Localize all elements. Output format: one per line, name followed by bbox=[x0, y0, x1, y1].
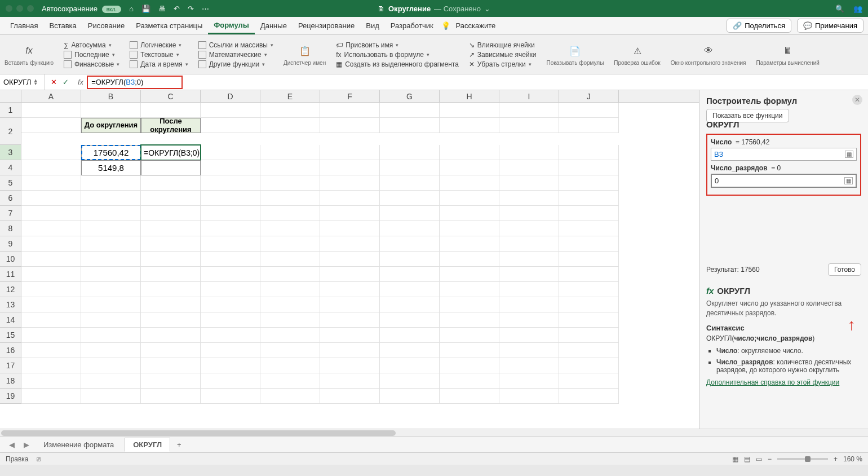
autosave-toggle[interactable]: вкл. bbox=[102, 6, 121, 13]
cell[interactable]: До округления bbox=[81, 118, 141, 133]
cell[interactable] bbox=[320, 267, 380, 282]
tab-home[interactable]: Главная bbox=[5, 18, 43, 33]
cell[interactable] bbox=[81, 175, 141, 191]
cell[interactable] bbox=[141, 252, 201, 267]
col-header[interactable]: J bbox=[559, 90, 619, 102]
use-in-formula-button[interactable]: fxИспользовать в формуле▾ bbox=[336, 51, 459, 59]
cell[interactable] bbox=[380, 145, 440, 160]
cell[interactable]: 5149,8 bbox=[81, 160, 141, 175]
cell[interactable] bbox=[559, 358, 619, 373]
create-from-selection-button[interactable]: ▦Создать из выделенного фрагмента bbox=[336, 60, 459, 68]
cell[interactable] bbox=[320, 358, 380, 373]
cell[interactable] bbox=[201, 103, 260, 118]
cell[interactable] bbox=[81, 103, 141, 118]
save-icon[interactable]: 💾 bbox=[141, 5, 150, 13]
math-button[interactable]: Математические▾ bbox=[198, 51, 273, 59]
search-icon[interactable]: 🔍 bbox=[835, 5, 844, 13]
cell[interactable] bbox=[260, 160, 320, 175]
cell[interactable] bbox=[81, 282, 141, 297]
cell[interactable] bbox=[81, 328, 141, 343]
cell[interactable] bbox=[440, 328, 499, 343]
cell[interactable] bbox=[380, 118, 440, 133]
cell[interactable] bbox=[260, 297, 320, 312]
cell[interactable] bbox=[440, 282, 499, 297]
datetime-button[interactable]: Дата и время▾ bbox=[130, 60, 188, 68]
zoom-slider[interactable] bbox=[777, 458, 828, 460]
share-button[interactable]: 🔗Поделиться bbox=[727, 19, 791, 33]
cell[interactable] bbox=[21, 221, 81, 236]
cell[interactable] bbox=[559, 282, 619, 297]
cell[interactable] bbox=[380, 389, 440, 404]
col-header[interactable]: A bbox=[21, 90, 81, 102]
define-name-button[interactable]: 🏷Присвоить имя▾ bbox=[336, 41, 459, 49]
tab-review[interactable]: Рецензирование bbox=[293, 18, 360, 33]
arg1-input[interactable]: B3▦ bbox=[711, 148, 857, 161]
cell[interactable] bbox=[81, 297, 141, 312]
cell[interactable] bbox=[141, 175, 201, 191]
cell[interactable] bbox=[260, 312, 320, 328]
row-header[interactable]: 8 bbox=[0, 221, 21, 236]
cell[interactable] bbox=[559, 118, 619, 133]
cell[interactable] bbox=[201, 221, 260, 236]
arg2-input[interactable]: 0▦ bbox=[711, 174, 857, 188]
more-fn-button[interactable]: Другие функции▾ bbox=[198, 60, 273, 68]
cell[interactable] bbox=[320, 389, 380, 404]
row-header[interactable]: 4 bbox=[0, 160, 21, 175]
cell[interactable] bbox=[499, 221, 559, 236]
cell[interactable] bbox=[499, 191, 559, 206]
cell[interactable] bbox=[320, 206, 380, 221]
cell[interactable] bbox=[499, 103, 559, 118]
accessibility-icon[interactable]: ⎚ bbox=[37, 455, 41, 463]
cell[interactable] bbox=[141, 389, 201, 404]
cell[interactable] bbox=[81, 267, 141, 282]
cell[interactable] bbox=[260, 389, 320, 404]
cell[interactable] bbox=[201, 358, 260, 373]
cell[interactable] bbox=[201, 297, 260, 312]
row-header[interactable]: 14 bbox=[0, 312, 21, 328]
sheet-tab[interactable]: ОКРУГЛ bbox=[125, 438, 170, 452]
cell[interactable] bbox=[141, 297, 201, 312]
spreadsheet-grid[interactable]: A B C D E F G H I J 12345678910111213141… bbox=[0, 90, 699, 429]
cell[interactable] bbox=[81, 236, 141, 252]
window-controls[interactable] bbox=[6, 5, 34, 12]
cell[interactable] bbox=[559, 145, 619, 160]
zoom-in-button[interactable]: + bbox=[834, 455, 838, 463]
cell[interactable] bbox=[260, 118, 320, 133]
cell[interactable] bbox=[440, 103, 499, 118]
row-header[interactable]: 13 bbox=[0, 297, 21, 312]
cell[interactable] bbox=[21, 389, 81, 404]
cell[interactable] bbox=[21, 252, 81, 267]
cell[interactable] bbox=[440, 175, 499, 191]
cell[interactable] bbox=[201, 236, 260, 252]
cell[interactable] bbox=[440, 206, 499, 221]
cell[interactable] bbox=[380, 252, 440, 267]
cell[interactable] bbox=[380, 191, 440, 206]
cell[interactable] bbox=[380, 328, 440, 343]
cell[interactable] bbox=[320, 118, 380, 133]
cell[interactable] bbox=[260, 145, 320, 160]
print-icon[interactable]: 🖶 bbox=[158, 5, 166, 13]
home-icon[interactable]: ⌂ bbox=[129, 5, 134, 13]
calc-options-button[interactable]: 🖩Параметры вычислений bbox=[756, 43, 819, 66]
col-header[interactable]: B bbox=[81, 90, 141, 102]
formula-input[interactable]: =ОКРУГЛ(B3;0) bbox=[87, 76, 183, 89]
tell-me[interactable]: Расскажите bbox=[450, 18, 502, 33]
row-header[interactable]: 17 bbox=[0, 358, 21, 373]
financial-button[interactable]: Финансовые▾ bbox=[64, 60, 119, 68]
row-header[interactable]: 5 bbox=[0, 175, 21, 191]
cell[interactable] bbox=[320, 145, 380, 160]
cell[interactable] bbox=[440, 358, 499, 373]
cell[interactable] bbox=[81, 358, 141, 373]
col-header[interactable]: H bbox=[440, 90, 499, 102]
cell[interactable] bbox=[260, 175, 320, 191]
view-break-icon[interactable]: ▭ bbox=[756, 455, 762, 463]
cell[interactable] bbox=[21, 206, 81, 221]
cell[interactable] bbox=[559, 343, 619, 358]
cell[interactable] bbox=[440, 236, 499, 252]
cell[interactable] bbox=[201, 160, 260, 175]
row-header[interactable]: 2 bbox=[0, 118, 21, 145]
row-header[interactable]: 16 bbox=[0, 343, 21, 358]
cell[interactable] bbox=[141, 343, 201, 358]
cell[interactable] bbox=[21, 297, 81, 312]
cell[interactable] bbox=[380, 282, 440, 297]
